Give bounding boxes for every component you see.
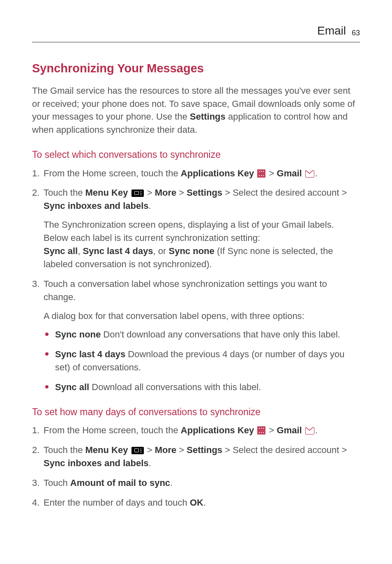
sync-inboxes-label: Sync inboxes and labels — [44, 201, 149, 211]
options-bullets: Sync none Don't download any conversatio… — [44, 328, 360, 394]
ok-label: OK — [190, 497, 203, 508]
heading-sync-messages: Synchronizing Your Messages — [32, 60, 360, 77]
s2-step2-d: > Select the desired account > — [222, 445, 347, 455]
s2-step-3: Touch Amount of mail to sync. — [32, 476, 360, 490]
s2-step-1: From the Home screen, touch the Applicat… — [32, 424, 360, 437]
gmail-icon — [305, 170, 314, 178]
menu-key-label-2: Menu Key — [85, 445, 128, 455]
s2-step1-b: > — [266, 425, 277, 435]
s2-step4-b: . — [203, 497, 206, 508]
step2-inner-block: The Synchronization screen opens, displa… — [44, 218, 360, 271]
sync-inboxes-label-2: Sync inboxes and labels — [44, 458, 149, 468]
settings-menu-label-2: Settings — [187, 445, 222, 455]
steps-list-1: From the Home screen, touch the Applicat… — [32, 167, 360, 394]
header-page-number: 63 — [352, 28, 360, 38]
s2-step2-a: Touch the — [44, 445, 85, 455]
step-3: Touch a conversation label whose synchro… — [32, 277, 360, 394]
applications-key-icon — [257, 426, 265, 435]
s2-step4-a: Enter the number of days and touch — [44, 497, 190, 508]
bullet-sync-none: Sync none Don't download any conversatio… — [44, 328, 360, 341]
bullet2-bold: Sync last 4 days — [55, 349, 125, 359]
menu-key-icon — [131, 190, 144, 197]
header-section-title: Email — [317, 23, 346, 39]
document-page: Email 63 Synchronizing Your Messages The… — [0, 0, 392, 541]
step1-text-b: > — [266, 168, 277, 178]
step2-inner-a: The Synchronization screen opens, displa… — [44, 218, 360, 245]
settings-label: Settings — [190, 111, 226, 122]
step-1: From the Home screen, touch the Applicat… — [32, 167, 360, 180]
amount-mail-label: Amount of mail to sync — [70, 478, 170, 488]
bullet1-text: Don't download any conversations that ha… — [101, 329, 340, 340]
page-header: Email 63 — [32, 23, 360, 42]
step2-text-a: Touch the — [44, 187, 85, 198]
menu-key-icon — [131, 447, 144, 454]
heading-select-conversations: To select which conversations to synchro… — [32, 148, 360, 162]
bullet3-text: Download all conversations with this lab… — [89, 382, 261, 392]
more-label: More — [155, 187, 177, 198]
intro-paragraph: The Gmail service has the resources to s… — [32, 84, 360, 137]
bullet1-bold: Sync none — [55, 329, 101, 340]
heading-set-days: To set how many days of conversations to… — [32, 405, 360, 419]
s2-step2-b: > — [145, 445, 155, 455]
gmail-icon — [305, 427, 314, 435]
s2-step-2: Touch the Menu Key > More > Settings > S… — [32, 444, 360, 470]
step3-inner: A dialog box for that conversation label… — [44, 310, 360, 323]
gmail-label: Gmail — [277, 168, 302, 178]
bullet3-bold: Sync all — [55, 382, 89, 392]
settings-menu-label: Settings — [187, 187, 222, 198]
step1-text-a: From the Home screen, touch the — [44, 168, 181, 178]
sync-last4-label: Sync last 4 days — [83, 246, 153, 256]
step2-inner-b4: , or — [153, 246, 169, 256]
menu-key-label: Menu Key — [85, 187, 128, 198]
applications-key-icon — [257, 169, 265, 178]
gmail-label-2: Gmail — [277, 425, 302, 435]
step2-text-e: . — [149, 201, 151, 211]
s2-step-4: Enter the number of days and touch OK. — [32, 496, 360, 509]
bullet-sync-all: Sync all Download all conversations with… — [44, 381, 360, 394]
step2-text-c: > — [176, 187, 187, 198]
step2-inner-b2: , — [78, 246, 83, 256]
sync-all-label: Sync all — [44, 246, 78, 256]
step2-inner-b: Sync all, Sync last 4 days, or Sync none… — [44, 245, 360, 271]
more-label-2: More — [155, 445, 177, 455]
s2-step1-c: . — [315, 425, 318, 435]
sync-none-label: Sync none — [169, 246, 214, 256]
s2-step2-e: . — [149, 458, 151, 468]
bullet-sync-last4: Sync last 4 days Download the previous 4… — [44, 348, 360, 374]
s2-step3-b: . — [170, 478, 173, 488]
step1-text-c: . — [315, 168, 318, 178]
s2-step3-a: Touch — [44, 478, 70, 488]
steps-list-2: From the Home screen, touch the Applicat… — [32, 424, 360, 509]
step2-text-b: > — [145, 187, 155, 198]
step2-text-d: > Select the desired account > — [222, 187, 347, 198]
applications-key-label-2: Applications Key — [181, 425, 254, 435]
step-2: Touch the Menu Key > More > Settings > S… — [32, 186, 360, 270]
applications-key-label: Applications Key — [181, 168, 254, 178]
s2-step1-a: From the Home screen, touch the — [44, 425, 181, 435]
s2-step2-c: > — [176, 445, 187, 455]
step3-text: Touch a conversation label whose synchro… — [44, 279, 327, 302]
